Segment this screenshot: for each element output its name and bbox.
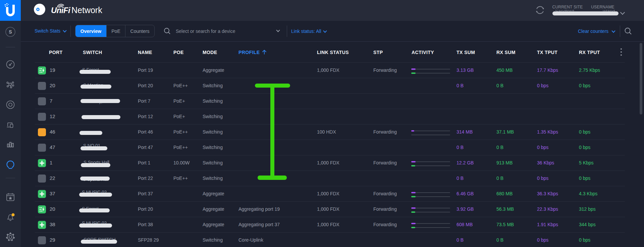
svg-text:S: S — [9, 29, 12, 35]
